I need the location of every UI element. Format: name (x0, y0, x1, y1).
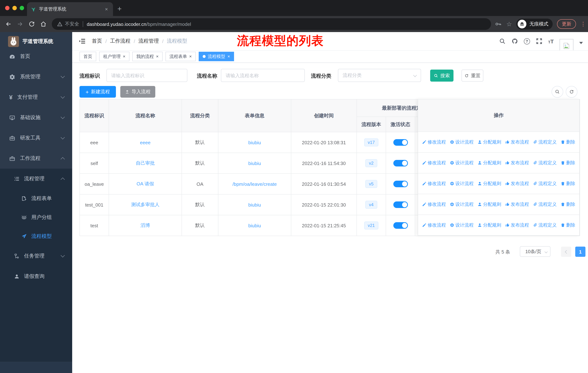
prev-page-button[interactable] (561, 247, 571, 257)
search-icon[interactable] (499, 38, 505, 44)
breadcrumb-item[interactable]: 流程管理 (138, 38, 159, 44)
github-icon[interactable] (511, 38, 518, 44)
op-design-process[interactable]: 设计流程 (450, 201, 473, 207)
process-name-link[interactable]: 自己审批 (136, 160, 155, 166)
window-close-button[interactable] (5, 6, 10, 10)
back-icon[interactable] (5, 21, 12, 27)
op-design-process[interactable]: 设计流程 (450, 139, 473, 145)
op-assign-rule[interactable]: 分配规则 (478, 222, 501, 228)
active-toggle[interactable] (393, 160, 408, 166)
browser-menu-icon[interactable]: ⋮ (580, 21, 586, 27)
tag-tenant[interactable]: 租户管理× (99, 52, 129, 61)
sidebar-item-system[interactable]: 系统管理 (0, 67, 72, 87)
sidebar-item-process-management[interactable]: 流程管理 (0, 169, 72, 189)
breadcrumb-item[interactable]: 首页 (92, 38, 102, 44)
forward-icon[interactable] (17, 21, 23, 27)
tag-my-process[interactable]: 我的流程× (132, 52, 163, 61)
op-process-definition[interactable]: 流程定义 (533, 201, 557, 207)
op-design-process[interactable]: 设计流程 (450, 160, 473, 166)
window-zoom-button[interactable] (20, 6, 24, 10)
sidebar-item-process-form[interactable]: 流程表单 (0, 189, 72, 208)
tag-close-icon[interactable]: × (228, 54, 230, 59)
sidebar-item-task-management[interactable]: 任务管理 (0, 246, 72, 266)
op-assign-rule[interactable]: 分配规则 (478, 160, 501, 166)
chevron-down-icon[interactable] (579, 42, 583, 44)
bookmark-star-icon[interactable]: ☆ (506, 20, 512, 28)
sidebar-item-infrastructure[interactable]: 基础设施 (0, 107, 72, 128)
process-key-input[interactable] (106, 69, 187, 82)
op-publish-process[interactable]: 发布流程 (505, 139, 529, 145)
op-process-definition[interactable]: 流程定义 (533, 160, 557, 166)
category-select[interactable]: 流程分类 (338, 69, 421, 82)
process-name-input[interactable] (221, 69, 305, 82)
op-assign-rule[interactable]: 分配规则 (478, 139, 501, 145)
window-minimize-button[interactable] (12, 6, 17, 10)
op-modify-process[interactable]: 修改流程 (422, 139, 446, 145)
tag-process-model[interactable]: 流程模型× (199, 52, 234, 61)
op-publish-process[interactable]: 发布流程 (505, 160, 529, 166)
op-publish-process[interactable]: 发布流程 (505, 222, 529, 228)
form-info-link[interactable]: biubiu (248, 223, 261, 228)
process-name-link[interactable]: eeee (140, 140, 151, 145)
breadcrumb-item[interactable]: 工作流程 (110, 38, 130, 44)
process-name-link[interactable]: 测试多审批人 (131, 202, 159, 207)
page-size-select[interactable]: 10条/页 (520, 246, 550, 257)
sidebar-item-home[interactable]: 首页 (0, 46, 72, 67)
active-toggle[interactable] (393, 202, 408, 208)
op-process-definition[interactable]: 流程定义 (533, 222, 557, 228)
key-icon[interactable] (495, 20, 502, 28)
sidebar-item-leave-query[interactable]: 请假查询 (0, 266, 72, 287)
op-assign-rule[interactable]: 分配规则 (478, 181, 501, 187)
op-modify-process[interactable]: 修改流程 (422, 201, 446, 207)
sidebar-item-user-group[interactable]: 用户分组 (0, 208, 72, 227)
home-icon[interactable] (40, 21, 47, 27)
create-process-button[interactable]: + 新建流程 (79, 86, 116, 98)
refresh-button[interactable] (566, 86, 578, 98)
op-design-process[interactable]: 设计流程 (450, 222, 473, 228)
tag-process-form[interactable]: 流程表单× (166, 52, 196, 61)
reset-button[interactable]: 重置 (462, 70, 483, 81)
active-toggle[interactable] (393, 139, 408, 146)
op-delete[interactable]: 删除 (561, 201, 575, 207)
op-modify-process[interactable]: 修改流程 (422, 181, 446, 187)
collapse-menu-icon[interactable] (79, 38, 86, 45)
op-delete[interactable]: 删除 (561, 222, 575, 228)
op-assign-rule[interactable]: 分配规则 (478, 201, 501, 207)
tab-close-icon[interactable]: × (104, 6, 109, 12)
search-button[interactable]: 搜索 (430, 70, 453, 81)
form-info-link[interactable]: biubiu (248, 202, 261, 207)
help-icon[interactable]: ? (524, 38, 530, 44)
op-delete[interactable]: 删除 (561, 139, 575, 145)
browser-tab[interactable]: 芋道管理系统 × (27, 2, 113, 16)
sidebar-item-devtools[interactable]: 研发工具 (0, 128, 72, 148)
op-publish-process[interactable]: 发布流程 (505, 181, 529, 187)
active-toggle[interactable] (393, 222, 408, 229)
form-info-link[interactable]: biubiu (248, 161, 261, 166)
op-process-definition[interactable]: 流程定义 (533, 139, 557, 145)
op-modify-process[interactable]: 修改流程 (422, 160, 446, 166)
process-name-link[interactable]: OA 请假 (136, 181, 154, 186)
tag-close-icon[interactable]: × (123, 54, 126, 59)
fullscreen-icon[interactable] (536, 38, 542, 44)
op-delete[interactable]: 删除 (561, 160, 575, 166)
active-toggle[interactable] (393, 181, 408, 187)
sidebar-item-process-model[interactable]: 流程模型 (0, 227, 72, 246)
op-publish-process[interactable]: 发布流程 (505, 201, 529, 207)
current-page-button[interactable]: 1 (575, 247, 586, 257)
tag-close-icon[interactable]: × (156, 54, 158, 59)
process-name-link[interactable]: 滔博 (141, 222, 150, 228)
op-modify-process[interactable]: 修改流程 (422, 222, 446, 228)
op-design-process[interactable]: 设计流程 (450, 181, 473, 187)
op-delete[interactable]: 删除 (561, 181, 575, 187)
sidebar-item-workflow[interactable]: 工作流程 (0, 148, 72, 169)
font-size-icon[interactable]: TT (548, 38, 554, 44)
form-info-link[interactable]: biubiu (248, 140, 261, 145)
import-process-button[interactable]: 导入流程 (120, 86, 155, 98)
form-info-link[interactable]: /bpm/oa/leave/create (232, 181, 277, 187)
new-tab-button[interactable]: + (117, 4, 122, 14)
reload-icon[interactable] (28, 21, 35, 27)
update-button[interactable]: 更新 (557, 19, 576, 29)
address-bar[interactable]: 不安全 dashboard.yudao.iocoder.cn/bpm/manag… (52, 18, 491, 30)
tag-home[interactable]: 首页 (79, 52, 96, 61)
show-search-button[interactable] (552, 86, 563, 98)
